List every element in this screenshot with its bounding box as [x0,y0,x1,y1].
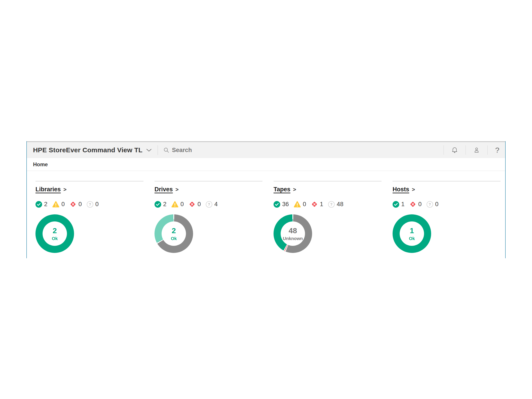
status-warning: 0 [171,201,184,208]
status-row: 2 0 0 [35,201,143,208]
panel-drives: Drives > 2 [154,181,262,253]
hosts-donut-chart: 1 Ok [393,214,431,253]
header-divider [488,146,488,155]
error-icon [70,201,76,208]
search-box[interactable] [163,147,443,154]
chevron-down-icon [146,149,152,152]
status-error: 0 [189,201,201,208]
unknown-icon: ? [87,201,93,208]
status-unknown: ? 0 [426,201,438,208]
status-count: 2 [163,201,166,208]
header-divider [158,145,158,155]
svg-text:?: ? [330,202,332,206]
user-button[interactable] [473,147,480,153]
warning-icon [294,201,301,208]
search-icon [163,147,169,153]
app-header: HPE StoreEver Command View TL [27,141,505,158]
libraries-donut-chart: 2 Ok [35,214,74,253]
unknown-icon: ? [328,201,335,208]
svg-text:?: ? [208,202,210,206]
status-count: 0 [61,201,65,208]
donut-center: 2 Ok [162,222,186,246]
donut-value: 48 [289,227,297,234]
status-unknown: ? 48 [328,201,343,208]
app-title-menu[interactable]: HPE StoreEver Command View TL [33,146,152,154]
error-icon [189,201,196,208]
status-count: 4 [214,201,218,208]
status-error: 0 [409,201,422,208]
ok-icon [35,201,42,208]
status-row: 36 0 [273,201,381,208]
status-count: 0 [197,201,201,208]
status-count: 0 [180,201,184,208]
status-unknown: ? 0 [87,201,99,208]
tapes-donut-chart: 48 Unknown [273,214,312,253]
status-warning: 0 [52,201,65,208]
status-count: 0 [78,201,82,208]
app-title: HPE StoreEver Command View TL [33,146,143,154]
status-count: 2 [44,201,47,208]
status-count: 0 [303,201,306,208]
status-row: 2 0 0 [154,201,262,208]
panel-divider [273,181,381,182]
donut-center: 48 Unknown [281,222,305,246]
donut-label: Unknown [283,236,303,241]
status-warning: 0 [294,201,306,208]
status-count: 0 [435,201,438,208]
panel-link-chevron: > [412,186,415,193]
panel-libraries: Libraries > 2 [35,181,143,253]
panel-divider [393,181,500,182]
search-input[interactable] [172,147,296,154]
status-count: 1 [320,201,323,208]
status-row: 1 0 ? 0 [393,201,500,208]
bell-icon [451,147,458,153]
hosts-link[interactable]: Hosts [393,186,409,193]
breadcrumb-bar: Home [27,158,505,171]
donut-label: Ok [171,236,177,241]
breadcrumb[interactable]: Home [33,161,48,168]
drives-link[interactable]: Drives [154,186,173,193]
error-icon [409,201,416,208]
status-error: 0 [70,201,82,208]
status-count: 0 [95,201,99,208]
donut-center: 1 Ok [400,222,424,246]
panel-link-chevron: > [293,186,296,193]
donut-value: 2 [172,227,176,234]
panel-divider [154,181,262,182]
drives-donut-chart: 2 Ok [154,214,193,253]
ok-icon [154,201,161,208]
error-icon [311,201,318,208]
warning-icon [52,201,59,208]
status-count: 1 [401,201,405,208]
svg-text:?: ? [89,202,91,206]
svg-text:?: ? [429,202,431,206]
tapes-link[interactable]: Tapes [273,186,290,193]
status-ok: 1 [393,201,405,208]
donut-value: 2 [53,227,57,234]
app-window: HPE StoreEver Command View TL [26,141,506,258]
status-ok: 36 [273,201,289,208]
header-divider [443,146,444,155]
donut-value: 1 [410,227,414,234]
dashboard-panels: Libraries > 2 [27,171,505,253]
help-button[interactable]: ? [495,146,500,154]
status-ok: 2 [35,201,47,208]
panel-link-chevron: > [176,186,179,193]
unknown-icon: ? [426,201,433,208]
notifications-button[interactable] [451,147,458,153]
status-unknown: ? 4 [206,201,218,208]
status-count: 0 [418,201,422,208]
donut-label: Ok [409,236,415,241]
status-count: 36 [282,201,289,208]
warning-icon [171,201,178,208]
user-icon [473,147,480,153]
ok-icon [393,201,399,208]
status-ok: 2 [154,201,166,208]
status-error: 1 [311,201,323,208]
donut-center: 2 Ok [43,222,67,246]
libraries-link[interactable]: Libraries [35,186,61,193]
panel-link-chevron: > [63,186,66,193]
ok-icon [273,201,280,208]
page: HPE StoreEver Command View TL [0,0,532,399]
panel-divider [35,181,143,182]
